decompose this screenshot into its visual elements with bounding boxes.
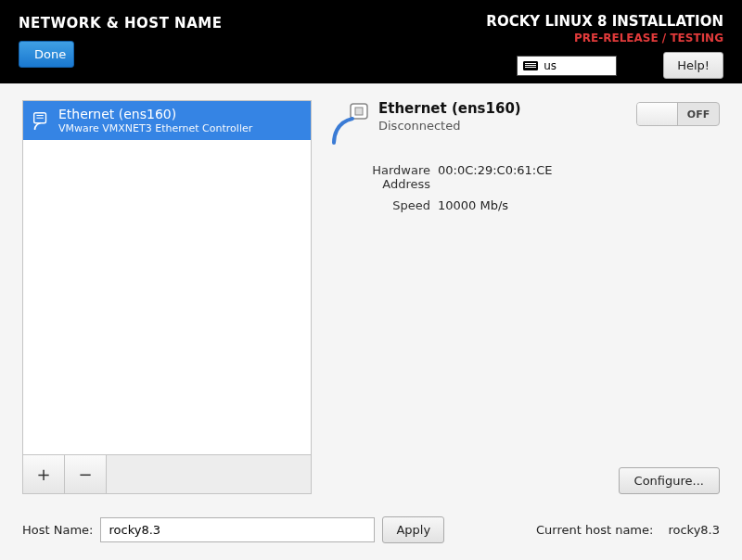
svg-rect-2 [355, 108, 363, 115]
nic-item-title: Ethernet (ens160) [58, 107, 252, 121]
configure-button[interactable]: Configure... [619, 467, 720, 494]
nic-item-subtitle: VMware VMXNET3 Ethernet Controller [58, 122, 252, 134]
nic-list-toolbar: + − [22, 455, 312, 494]
nic-column: Ethernet (ens160) VMware VMXNET3 Etherne… [22, 100, 312, 494]
detail-grid: Hardware Address 00:0C:29:C0:61:CE Speed… [328, 163, 720, 212]
hostname-row: Host Name: Apply Current host name: rock… [22, 494, 720, 543]
installer-subtitle: PRE-RELEASE / TESTING [574, 32, 723, 45]
page-title: NETWORK & HOST NAME [19, 7, 222, 32]
done-button[interactable]: Done [19, 41, 74, 68]
apply-hostname-button[interactable]: Apply [382, 516, 444, 543]
hw-address-value: 00:0C:29:C0:61:CE [438, 163, 720, 191]
toolbar-spacer [107, 455, 311, 493]
header-bar: NETWORK & HOST NAME Done ROCKY LINUX 8 I… [0, 0, 742, 83]
speed-value: 10000 Mb/s [438, 198, 720, 212]
hostname-input[interactable] [100, 517, 375, 542]
installer-title: ROCKY LINUX 8 INSTALLATION [486, 7, 723, 30]
nic-detail-column: Ethernet (ens160) Disconnected OFF Hardw… [328, 100, 720, 494]
add-nic-button[interactable]: + [23, 455, 65, 493]
detail-status: Disconnected [378, 119, 627, 133]
toggle-knob [637, 103, 678, 125]
remove-nic-button[interactable]: − [65, 455, 107, 493]
nic-list-item[interactable]: Ethernet (ens160) VMware VMXNET3 Etherne… [23, 101, 311, 140]
nic-list[interactable]: Ethernet (ens160) VMware VMXNET3 Etherne… [22, 100, 312, 455]
current-hostname-label: Current host name: [536, 523, 653, 537]
content-area: Ethernet (ens160) VMware VMXNET3 Etherne… [0, 83, 742, 560]
keyboard-icon [523, 61, 538, 70]
hw-address-label: Hardware Address [328, 163, 430, 191]
ethernet-cable-icon [328, 100, 373, 145]
speed-label: Speed [328, 198, 430, 212]
hostname-label: Host Name: [22, 523, 93, 537]
keyboard-layout-selector[interactable]: us [517, 56, 617, 76]
ethernet-icon [31, 110, 51, 131]
current-hostname-value: rocky8.3 [668, 523, 720, 537]
detail-title: Ethernet (ens160) [378, 100, 627, 117]
keyboard-layout-value: us [544, 59, 556, 72]
toggle-state-label: OFF [678, 103, 719, 125]
header-left: NETWORK & HOST NAME Done [19, 7, 222, 68]
header-right: ROCKY LINUX 8 INSTALLATION PRE-RELEASE /… [486, 7, 723, 79]
connection-toggle[interactable]: OFF [636, 102, 720, 126]
help-button[interactable]: Help! [663, 52, 723, 79]
